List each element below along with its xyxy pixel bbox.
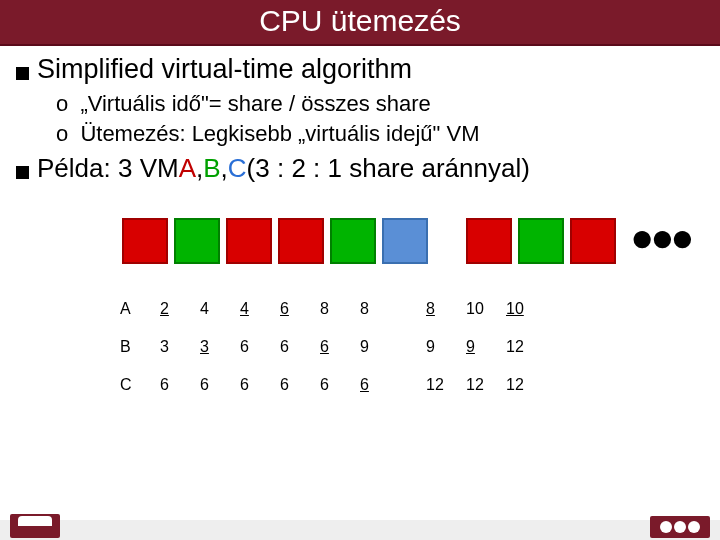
table-cell: 12 bbox=[422, 366, 462, 404]
table-cell: 6 bbox=[276, 290, 316, 328]
table-cell: 6 bbox=[356, 366, 396, 404]
table-cell: 12 bbox=[462, 366, 502, 404]
schedule-blocks: ●●● bbox=[122, 218, 704, 264]
table-cell: 4 bbox=[196, 290, 236, 328]
heading-line: Simplified virtual-time algorithm bbox=[16, 54, 704, 85]
table-cell: 6 bbox=[276, 366, 316, 404]
slide-title: CPU ütemezés bbox=[0, 0, 720, 46]
table-cell: 6 bbox=[236, 366, 276, 404]
sub1-text: „Virtuális idő"= share / összes share bbox=[80, 91, 430, 116]
example-line: Példa: 3 VM A , B , C (3 : 2 : 1 share a… bbox=[16, 153, 704, 184]
timeslot-block-green bbox=[174, 218, 220, 264]
table-cell: 10 bbox=[502, 290, 542, 328]
heading-text: Simplified virtual-time algorithm bbox=[37, 54, 412, 85]
vm-a-label: A bbox=[179, 153, 196, 184]
table-cell: 12 bbox=[502, 366, 542, 404]
table-cell: 2 bbox=[156, 290, 196, 328]
pelda-label: Példa: bbox=[37, 153, 111, 184]
timeslot-block-red bbox=[570, 218, 616, 264]
slide-footer bbox=[0, 508, 720, 540]
table-cell: 8 bbox=[316, 290, 356, 328]
table-cell: 9 bbox=[422, 328, 462, 366]
sub-bullet-2: o Ütemezés: Legkisebb „virtuális idejű" … bbox=[56, 121, 704, 147]
timeslot-block-red bbox=[122, 218, 168, 264]
circle-bullet-icon: o bbox=[56, 91, 68, 116]
pelda-text-1: 3 VM bbox=[118, 153, 179, 184]
table-cell: 9 bbox=[356, 328, 396, 366]
circle-bullet-icon: o bbox=[56, 121, 68, 146]
table-row: C666666121212 bbox=[116, 366, 542, 404]
bullet-icon bbox=[16, 166, 29, 179]
vm-c-label: C bbox=[228, 153, 247, 184]
sep: , bbox=[196, 153, 203, 184]
row-label: B bbox=[116, 328, 156, 366]
sep: , bbox=[221, 153, 228, 184]
table-cell: 6 bbox=[156, 366, 196, 404]
row-label: C bbox=[116, 366, 156, 404]
timeslot-block-red bbox=[226, 218, 272, 264]
timeslot-block-red bbox=[466, 218, 512, 264]
table-cell: 6 bbox=[276, 328, 316, 366]
row-label: A bbox=[116, 290, 156, 328]
table-cell: 6 bbox=[196, 366, 236, 404]
table-cell: 10 bbox=[462, 290, 502, 328]
table-cell: 6 bbox=[316, 366, 356, 404]
sub-bullet-1: o „Virtuális idő"= share / összes share bbox=[56, 91, 704, 117]
sub2-text: Ütemezés: Legkisebb „virtuális idejű" VM bbox=[80, 121, 479, 146]
table-cell: 9 bbox=[462, 328, 502, 366]
pelda-text-2: (3 : 2 : 1 share aránnyal) bbox=[247, 153, 530, 184]
timeslot-block-green bbox=[518, 218, 564, 264]
slide-body: Simplified virtual-time algorithm o „Vir… bbox=[0, 46, 720, 404]
vm-b-label: B bbox=[203, 153, 220, 184]
table-cell: 8 bbox=[422, 290, 462, 328]
bullet-icon bbox=[16, 67, 29, 80]
table-cell: 4 bbox=[236, 290, 276, 328]
table-cell: 6 bbox=[316, 328, 356, 366]
col-gap bbox=[396, 328, 422, 366]
university-logo-icon bbox=[10, 514, 60, 538]
dept-logo-icon bbox=[650, 516, 710, 538]
virtual-time-table: A24468881010B3366699912C666666121212 bbox=[116, 290, 704, 404]
timeslot-block-red bbox=[278, 218, 324, 264]
table-cell: 3 bbox=[156, 328, 196, 366]
col-gap bbox=[396, 290, 422, 328]
col-gap bbox=[396, 366, 422, 404]
table-cell: 12 bbox=[502, 328, 542, 366]
table-row: B3366699912 bbox=[116, 328, 542, 366]
timeslot-block-green bbox=[330, 218, 376, 264]
timeslot-block-blue bbox=[382, 218, 428, 264]
table-row: A24468881010 bbox=[116, 290, 542, 328]
table-cell: 8 bbox=[356, 290, 396, 328]
ellipsis-icon: ●●● bbox=[630, 215, 690, 260]
table-cell: 6 bbox=[236, 328, 276, 366]
table-cell: 3 bbox=[196, 328, 236, 366]
